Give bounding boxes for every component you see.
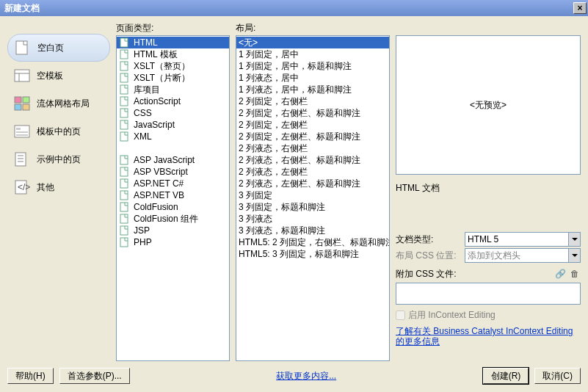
svg-rect-18 — [120, 38, 128, 47]
page-type-item[interactable]: ColdFusion 组件 — [117, 213, 229, 225]
layout-item[interactable]: 3 列固定，标题和脚注 — [236, 201, 389, 213]
layout-item[interactable]: 2 列液态，左侧栏 — [236, 166, 389, 178]
page-type-item[interactable]: 库项目 — [117, 84, 229, 95]
category-page-from-template[interactable]: 模板中的页 — [7, 117, 110, 145]
svg-rect-10 — [16, 131, 28, 133]
page-type-item[interactable]: CSS — [117, 107, 229, 119]
svg-rect-24 — [120, 109, 128, 117]
layout-label: 2 列液态，右侧栏、标题和脚注 — [239, 154, 360, 167]
code-icon: </> — [13, 179, 31, 195]
svg-rect-30 — [120, 191, 128, 200]
page-type-item[interactable]: ASP.NET C# — [117, 178, 229, 189]
layout-item[interactable]: 3 列固定 — [236, 189, 389, 201]
csspos-label: 布局 CSS 位置: — [396, 250, 462, 262]
page-type-item[interactable]: ActionScript — [117, 95, 229, 107]
fluid-grid-icon — [13, 95, 31, 112]
page-type-item[interactable]: JSP — [117, 225, 229, 236]
layout-item[interactable]: 2 列液态，左侧栏、标题和脚注 — [236, 178, 389, 189]
layout-label: 3 列固定，标题和脚注 — [239, 201, 325, 214]
layout-item[interactable]: 2 列固定，右侧栏 — [236, 95, 389, 107]
page-type-label: ActionScript — [134, 96, 181, 106]
svg-rect-25 — [120, 120, 128, 129]
layout-item[interactable]: 1 列固定，居中，标题和脚注 — [236, 60, 389, 72]
file-icon — [119, 167, 131, 177]
page-type-item[interactable]: ASP VBScript — [117, 166, 229, 178]
layout-label: <无> — [239, 37, 258, 49]
layout-item[interactable]: HTML5: 2 列固定，右侧栏、标题和脚注 — [236, 236, 389, 248]
category-blank-page[interactable]: 空白页 — [7, 34, 110, 62]
category-page-from-sample[interactable]: 示例中的页 — [7, 145, 110, 173]
page-types-label: 页面类型: — [116, 22, 230, 34]
preview-pane: <无预览> — [396, 35, 581, 175]
page-types-list[interactable]: HTMLHTML 模板XSLT（整页）XSLT（片断）库项目ActionScri… — [116, 35, 230, 361]
layout-item[interactable]: 2 列液态，右侧栏 — [236, 142, 389, 154]
incontext-learn-more-link[interactable]: 了解有关 Business Catalyst InContext Editing… — [396, 326, 581, 346]
layout-item[interactable]: <无> — [236, 37, 389, 48]
close-icon: × — [577, 3, 582, 13]
csspos-value: 添加到文档头 — [468, 250, 520, 262]
svg-rect-28 — [120, 167, 128, 176]
csspos-select: 添加到文档头 — [465, 248, 581, 263]
page-type-item[interactable]: ColdFusion — [117, 201, 229, 213]
attach-css-list[interactable] — [396, 283, 581, 305]
layout-label: 2 列固定，右侧栏、标题和脚注 — [239, 107, 360, 120]
page-type-label: JSP — [134, 225, 150, 236]
page-type-item[interactable]: PHP — [117, 236, 229, 248]
link-css-icon[interactable]: 🔗 — [554, 269, 566, 279]
page-type-item[interactable]: XSLT（片断） — [117, 72, 229, 84]
page-type-item[interactable]: XSLT（整页） — [117, 60, 229, 72]
layout-label: 3 列液态 — [239, 213, 272, 225]
create-button[interactable]: 创建(R) — [483, 368, 529, 384]
layout-item[interactable]: 2 列液态，右侧栏、标题和脚注 — [236, 154, 389, 166]
prefs-button[interactable]: 首选参数(P)... — [59, 368, 130, 384]
page-type-item[interactable]: JavaScript — [117, 119, 229, 131]
page-type-label: XSLT（整页） — [134, 60, 190, 73]
layout-item[interactable]: 2 列固定，右侧栏、标题和脚注 — [236, 107, 389, 119]
preview-options-column: <无预览> HTML 文档 文档类型: HTML 5 布局 CSS 位置: 添加… — [396, 22, 581, 361]
page-type-item[interactable]: ASP.NET VB — [117, 189, 229, 201]
page-type-label: 库项目 — [134, 84, 160, 96]
window-title: 新建文档 — [4, 2, 573, 15]
page-type-item[interactable]: XML — [117, 131, 229, 142]
help-button[interactable]: 帮助(H) — [7, 368, 54, 384]
get-more-link[interactable]: 获取更多内容... — [276, 371, 336, 381]
page-type-label: PHP — [134, 237, 152, 247]
svg-rect-34 — [120, 238, 128, 247]
layout-item[interactable]: 1 列液态，居中，标题和脚注 — [236, 84, 389, 95]
page-icon — [14, 40, 32, 56]
page-type-label: ColdFusion 组件 — [134, 213, 198, 225]
svg-rect-20 — [120, 62, 128, 70]
page-type-item[interactable]: HTML 模板 — [117, 48, 229, 60]
close-button[interactable]: × — [573, 2, 587, 14]
layout-item[interactable]: 2 列固定，左侧栏、标题和脚注 — [236, 131, 389, 142]
remove-css-icon[interactable]: 🗑 — [569, 269, 581, 279]
category-label: 空模板 — [37, 70, 63, 82]
layout-item[interactable]: 1 列液态，居中 — [236, 72, 389, 84]
sample-icon — [13, 151, 31, 167]
svg-rect-29 — [120, 179, 128, 188]
incontext-label: 启用 InContext Editing — [408, 309, 496, 322]
layout-label: 1 列液态，居中 — [239, 72, 299, 84]
category-label: 空白页 — [37, 42, 64, 54]
doctype-select[interactable]: HTML 5 — [465, 232, 581, 247]
file-icon — [119, 225, 131, 236]
page-type-item[interactable]: ASP JavaScript — [117, 154, 229, 166]
file-icon — [119, 37, 131, 48]
svg-rect-31 — [120, 203, 128, 211]
layout-item[interactable]: 3 列液态，标题和脚注 — [236, 225, 389, 236]
layout-item[interactable]: 2 列固定，左侧栏 — [236, 119, 389, 131]
cancel-button[interactable]: 取消(C) — [534, 368, 581, 384]
layout-item[interactable]: 3 列液态 — [236, 213, 389, 225]
file-icon — [119, 96, 131, 106]
svg-rect-11 — [16, 134, 28, 136]
page-type-item[interactable]: HTML — [117, 37, 229, 48]
layout-item[interactable]: 1 列固定，居中 — [236, 48, 389, 60]
layouts-list[interactable]: <无>1 列固定，居中1 列固定，居中，标题和脚注1 列液态，居中1 列液态，居… — [236, 35, 390, 361]
category-fluid-grid[interactable]: 流体网格布局 — [7, 90, 110, 117]
svg-rect-33 — [120, 226, 128, 235]
file-icon — [119, 202, 131, 212]
category-other[interactable]: </> 其他 — [7, 173, 110, 201]
template-icon — [13, 68, 31, 84]
category-blank-template[interactable]: 空模板 — [7, 62, 110, 90]
layout-item[interactable]: HTML5: 3 列固定，标题和脚注 — [236, 248, 389, 260]
